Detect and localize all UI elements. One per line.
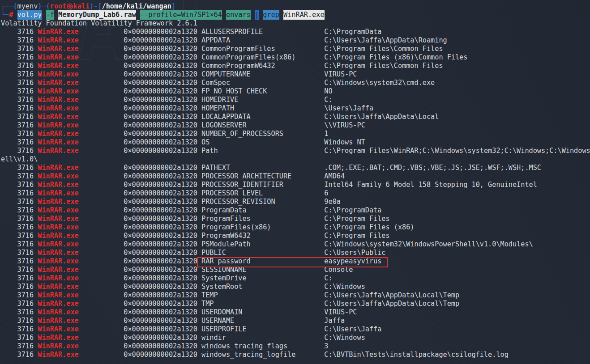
block-variable-value-cells: 0×00000000002a1320 TMP C:\Users\Jaffa\Ap… — [79, 300, 459, 308]
pid-cell: 3716 — [1, 164, 38, 172]
process-cell: WinRAR.exe — [38, 351, 78, 359]
process-cell: WinRAR.exe — [38, 223, 78, 231]
pid-cell: 3716 — [1, 308, 38, 316]
table-row: 3716 WinRAR.exe 0×00000000002a1320 Progr… — [1, 223, 590, 232]
pid-cell: 3716 — [1, 172, 38, 180]
pid-cell: 3716 — [1, 283, 38, 291]
pid-cell: 3716 — [1, 113, 38, 121]
block-variable-value-cells: 0×00000000002a1320 ALLUSERSPROFILE C:\Pr… — [79, 28, 382, 36]
table-row: 3716 WinRAR.exe 0×00000000002a1320 OS Wi… — [1, 138, 590, 147]
pid-cell: 3716 — [1, 325, 38, 333]
process-cell: WinRAR.exe — [38, 274, 78, 282]
table-row: 3716 WinRAR.exe 0×00000000002a1320 USERN… — [1, 317, 590, 325]
table-row: 3716 WinRAR.exe 0×00000000002a1320 NUMBE… — [1, 130, 590, 138]
process-cell: WinRAR.exe — [38, 325, 78, 333]
volatility-banner: Volatility Foundation Volatility Framewo… — [1, 19, 590, 28]
pid-cell: 3716 — [1, 70, 38, 78]
pid-cell: 3716 — [1, 249, 38, 257]
table-row: 3716 WinRAR.exe 0×00000000002a1320 Syste… — [1, 274, 590, 283]
terminal[interactable]: ┌──(myenv)─(root㉿kali)-[/home/kali/wanga… — [0, 0, 590, 364]
table-row: 3716 WinRAR.exe 0×00000000002a1320 FP_NO… — [1, 87, 590, 96]
block-variable-value-cells: 0×00000000002a1320 HOMEPATH \Users\Jaffa — [79, 104, 373, 112]
process-cell: WinRAR.exe — [38, 249, 78, 257]
pid-cell: 3716 — [1, 257, 38, 265]
process-cell: WinRAR.exe — [38, 53, 78, 61]
table-row: 3716 WinRAR.exe 0×00000000002a1320 PROCE… — [1, 172, 590, 181]
command-token: WinRAR.exe — [283, 10, 324, 20]
process-cell: WinRAR.exe — [38, 113, 78, 121]
envars-table: 3716 WinRAR.exe 0×00000000002a1320 ALLUS… — [1, 28, 590, 359]
block-variable-value-cells: 0×00000000002a1320 PATHEXT .COM;.EXE;.BA… — [79, 164, 541, 172]
block-variable-value-cells: 0×00000000002a1320 OS Windows_NT — [79, 138, 365, 146]
command-token: vol.py — [17, 10, 42, 20]
table-row: 3716 WinRAR.exe 0×00000000002a1320 ALLUS… — [1, 28, 590, 36]
table-row: 3716 WinRAR.exe 0×00000000002a1320 PATHE… — [1, 164, 590, 172]
block-variable-value-cells: 0×00000000002a1320 ComSpec C:\Windows\sy… — [79, 79, 435, 87]
rar-password-annotation-box — [197, 257, 388, 267]
prompt-frame: )─( — [38, 2, 50, 10]
block-variable-value-cells: 0×00000000002a1320 CommonProgramW6432 C:… — [79, 62, 443, 70]
table-row: 3716 WinRAR.exe 0×00000000002a1320 COMPU… — [1, 70, 590, 79]
process-cell: WinRAR.exe — [38, 104, 78, 112]
block-variable-value-cells: 0×00000000002a1320 USERDOMAIN VIRUS-PC — [79, 308, 357, 316]
pid-cell: 3716 — [1, 223, 38, 231]
table-row: 3716 WinRAR.exe 0×00000000002a1320 USERP… — [1, 325, 590, 334]
table-row: 3716 WinRAR.exe 0×00000000002a1320 windo… — [1, 342, 590, 351]
command-line: └─# vol.py -f MemoryDump_Lab6.raw --prof… — [1, 11, 590, 19]
process-cell: WinRAR.exe — [38, 334, 78, 342]
process-cell: WinRAR.exe — [38, 181, 78, 189]
process-cell: WinRAR.exe — [38, 62, 78, 70]
table-row: 3716 WinRAR.exe 0×00000000002a1320 PUBLI… — [1, 249, 590, 257]
command-token: envars — [226, 10, 251, 20]
process-cell: WinRAR.exe — [38, 96, 78, 104]
table-row: 3716 WinRAR.exe 0×00000000002a1320 PROCE… — [1, 189, 590, 198]
block-variable-value-cells: 0×00000000002a1320 LOCALAPPDATA C:\Users… — [79, 113, 439, 121]
table-row: 3716 WinRAR.exe 0×00000000002a1320 Progr… — [1, 232, 590, 240]
process-cell: WinRAR.exe — [38, 147, 78, 155]
prompt-user-host: root㉿kali — [50, 2, 90, 10]
pid-cell: 3716 — [1, 334, 38, 342]
pid-cell: 3716 — [1, 181, 38, 189]
process-cell: WinRAR.exe — [38, 317, 78, 325]
block-variable-value-cells: 0×00000000002a1320 windows_tracing_logfi… — [79, 351, 509, 359]
block-variable-value-cells: 0×00000000002a1320 LOGONSERVER \\VIRUS-P… — [79, 121, 365, 129]
process-cell: WinRAR.exe — [38, 342, 78, 350]
command-tokens: vol.py -f MemoryDump_Lab6.raw --profile=… — [13, 10, 324, 20]
process-cell: WinRAR.exe — [38, 130, 78, 138]
process-cell: WinRAR.exe — [38, 257, 78, 265]
pid-cell: 3716 — [1, 215, 38, 223]
pid-cell: 3716 — [1, 232, 38, 240]
command-token: grep — [263, 10, 279, 20]
pid-cell: 3716 — [1, 28, 38, 36]
block-variable-value-cells: 0×00000000002a1320 ProgramFiles(x86) C:\… — [79, 223, 415, 231]
table-row: 3716 WinRAR.exe 0×00000000002a1320 PSMod… — [1, 240, 590, 249]
pid-cell: 3716 — [1, 342, 38, 350]
pid-cell: 3716 — [1, 36, 38, 44]
block-variable-value-cells: 0×00000000002a1320 NUMBER_OF_PROCESSORS … — [79, 130, 329, 138]
process-cell: WinRAR.exe — [38, 240, 78, 248]
pid-cell: 3716 — [1, 300, 38, 308]
process-cell: WinRAR.exe — [38, 36, 78, 44]
pid-cell: 3716 — [1, 96, 38, 104]
pid-cell: 3716 — [1, 206, 38, 214]
pid-cell: 3716 — [1, 79, 38, 87]
process-cell: WinRAR.exe — [38, 232, 78, 240]
prompt-frame: )-[ — [90, 2, 102, 10]
pid-cell: 3716 — [1, 189, 38, 197]
process-cell: WinRAR.exe — [38, 121, 78, 129]
block-variable-value-cells: 0×00000000002a1320 PUBLIC C:\Users\Publi… — [79, 249, 386, 257]
block-variable-value-cells: 0×00000000002a1320 USERPROFILE C:\Users\… — [79, 325, 382, 333]
process-cell: WinRAR.exe — [38, 164, 78, 172]
command-token: -f — [46, 10, 54, 20]
block-variable-value-cells: 0×00000000002a1320 PROCESSOR_ARCHITECTUR… — [79, 172, 345, 180]
table-row: 3716 WinRAR.exe 0×00000000002a1320 HOMEP… — [1, 104, 590, 113]
table-row: 3716 WinRAR.exe 0×00000000002a1320 APPDA… — [1, 36, 590, 45]
block-variable-value-cells: 0×00000000002a1320 PROCESSOR_IDENTIFIER … — [79, 181, 537, 189]
pid-cell: 3716 — [1, 53, 38, 61]
table-row: 3716 WinRAR.exe 0×00000000002a1320 Progr… — [1, 215, 590, 223]
pid-cell: 3716 — [1, 198, 38, 206]
table-row: 3716 WinRAR.exe 0×00000000002a1320 Commo… — [1, 45, 590, 53]
process-cell: WinRAR.exe — [38, 87, 78, 95]
command-token: --profile=Win7SP1×64 — [140, 10, 222, 20]
process-cell: WinRAR.exe — [38, 283, 78, 291]
